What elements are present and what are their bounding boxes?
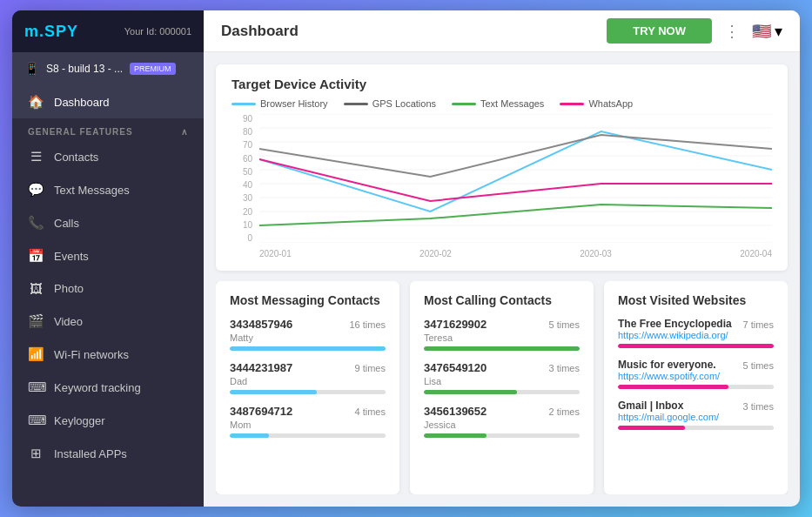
w2-url[interactable]: https://www.spotify.com/ (618, 371, 743, 381)
w1-url[interactable]: https://www.wikipedia.org/ (618, 330, 743, 340)
messaging-contacts-card: Most Messaging Contacts 3434857946 16 ti… (216, 281, 399, 494)
legend-text-messages-label: Text Messages (480, 98, 544, 109)
events-icon: 📅 (28, 248, 44, 264)
nav-keylogger-label: Keylogger (54, 414, 105, 427)
mc1-times: 16 times (349, 319, 386, 330)
device-bar: 📱 S8 - build 13 - ... PREMIUM (12, 52, 204, 85)
contacts-icon: ☰ (28, 149, 44, 164)
nav-installed-apps[interactable]: ⊞ Installed APPs (12, 437, 204, 470)
calling-contacts-card: Most Calling Contacts 3471629902 5 times… (410, 281, 594, 494)
website-2: Music for everyone. https://www.spotify.… (618, 359, 774, 389)
mc1-name: Matty (230, 332, 386, 343)
website-3: Gmail | Inbox https://mail.google.com/ 3… (618, 400, 774, 430)
installed-apps-icon: ⊞ (28, 446, 44, 461)
messaging-contact-1: 3434857946 16 times Matty (230, 318, 386, 351)
legend-whatsapp: WhatsApp (560, 98, 633, 109)
nav-installed-apps-label: Installed APPs (54, 447, 127, 460)
chart-card: Target Device Activity Browser History G… (216, 64, 788, 271)
legend-browser-history: Browser History (232, 98, 328, 109)
mc1-number: 3434857946 (230, 318, 292, 331)
legend-gps: GPS Locations (344, 98, 436, 109)
messaging-contact-3: 3487694712 4 times Mom (230, 405, 386, 438)
more-options-icon[interactable]: ⋮ (724, 22, 740, 41)
legend-browser-history-label: Browser History (260, 98, 328, 109)
mc3-name: Mom (230, 420, 386, 430)
logo: m.SPY (24, 23, 78, 41)
video-icon: 🎬 (28, 313, 44, 329)
photo-icon: 🖼 (28, 281, 44, 296)
legend-gps-line (344, 103, 368, 105)
y-axis: 90 80 70 60 50 40 30 20 10 0 (232, 114, 256, 243)
legend-text-messages-line (452, 103, 476, 105)
device-name: S8 - build 13 - ... (46, 63, 123, 75)
user-id: Your Id: 000001 (124, 26, 191, 37)
cc2-name: Lisa (424, 376, 580, 386)
app-container: m.SPY Your Id: 000001 📱 S8 - build 13 - … (12, 10, 800, 507)
w3-times: 3 times (743, 400, 774, 412)
w3-url[interactable]: https://mail.google.com/ (618, 412, 743, 422)
nav-contacts[interactable]: ☰ Contacts (12, 140, 204, 173)
chevron-icon: ∧ (181, 127, 188, 137)
top-bar-right: TRY NOW ⋮ 🇺🇸 ▾ (607, 18, 782, 44)
nav-wifi[interactable]: 📶 Wi-Fi networks (12, 338, 204, 371)
nav-calls[interactable]: 📞 Calls (12, 206, 204, 239)
nav-keylogger[interactable]: ⌨ Keylogger (12, 404, 204, 437)
nav-video[interactable]: 🎬 Video (12, 305, 204, 338)
chart-plot (259, 114, 772, 243)
website-1: The Free Encyclopedia https://www.wikipe… (618, 318, 774, 348)
calling-contact-3: 3456139652 2 times Jessica (424, 405, 580, 438)
calling-contact-1: 3471629902 5 times Teresa (424, 318, 580, 351)
chart-title: Target Device Activity (232, 77, 772, 91)
legend-gps-label: GPS Locations (372, 98, 436, 109)
nav-events-label: Events (54, 250, 89, 263)
cc1-name: Teresa (424, 332, 580, 343)
nav-photo-label: Photo (54, 282, 84, 295)
mc2-number: 3444231987 (230, 361, 292, 374)
flag-icon: 🇺🇸 (752, 22, 771, 41)
visited-websites-title: Most Visited Websites (618, 293, 774, 307)
keyword-tracking-icon: ⌨ (28, 379, 44, 395)
dropdown-arrow: ▾ (775, 22, 782, 41)
w3-name: Gmail | Inbox (618, 400, 743, 412)
legend-whatsapp-label: WhatsApp (588, 98, 633, 109)
mc2-name: Dad (230, 376, 386, 386)
chart-svg (259, 114, 772, 243)
nav-events[interactable]: 📅 Events (12, 239, 204, 272)
nav-text-messages[interactable]: 💬 Text Messages (12, 173, 204, 206)
cc3-number: 3456139652 (424, 405, 487, 418)
legend-browser-history-line (232, 103, 256, 105)
keylogger-icon: ⌨ (28, 413, 44, 428)
nav-keyword-tracking[interactable]: ⌨ Keyword tracking (12, 371, 204, 404)
main-content: Dashboard TRY NOW ⋮ 🇺🇸 ▾ Target Device A… (204, 10, 800, 507)
cc2-times: 3 times (549, 363, 580, 373)
nav-keyword-tracking-label: Keyword tracking (54, 381, 141, 394)
general-features-label: GENERAL FEATURES ∧ (12, 118, 204, 140)
nav-dashboard-label: Dashboard (54, 96, 110, 109)
content-area: Target Device Activity Browser History G… (204, 52, 800, 507)
calling-contacts-title: Most Calling Contacts (424, 293, 580, 307)
w1-times: 7 times (743, 318, 774, 330)
messaging-contact-2: 3444231987 9 times Dad (230, 361, 386, 394)
page-title: Dashboard (221, 23, 299, 40)
cc3-times: 2 times (549, 406, 580, 417)
legend-text-messages: Text Messages (452, 98, 544, 109)
x-label-2: 2020-02 (419, 249, 452, 258)
android-icon: 📱 (24, 62, 39, 76)
cc3-name: Jessica (424, 420, 580, 430)
nav-calls-label: Calls (54, 217, 79, 230)
nav-wifi-label: Wi-Fi networks (54, 348, 129, 361)
w2-times: 5 times (743, 359, 774, 371)
language-selector[interactable]: 🇺🇸 ▾ (752, 22, 782, 41)
try-now-button[interactable]: TRY NOW (607, 18, 712, 44)
nav-photo[interactable]: 🖼 Photo (12, 272, 204, 305)
sidebar: m.SPY Your Id: 000001 📱 S8 - build 13 - … (12, 10, 204, 507)
chart-area: 90 80 70 60 50 40 30 20 10 0 (232, 114, 772, 262)
messaging-contacts-title: Most Messaging Contacts (230, 293, 386, 307)
mc2-times: 9 times (355, 363, 386, 373)
x-label-3: 2020-03 (580, 249, 612, 258)
legend-whatsapp-line (560, 103, 584, 105)
nav-dashboard[interactable]: 🏠 Dashboard (12, 85, 204, 118)
calling-contact-2: 3476549120 3 times Lisa (424, 361, 580, 394)
x-label-1: 2020-01 (259, 249, 292, 258)
x-axis: 2020-01 2020-02 2020-03 2020-04 (259, 245, 772, 262)
